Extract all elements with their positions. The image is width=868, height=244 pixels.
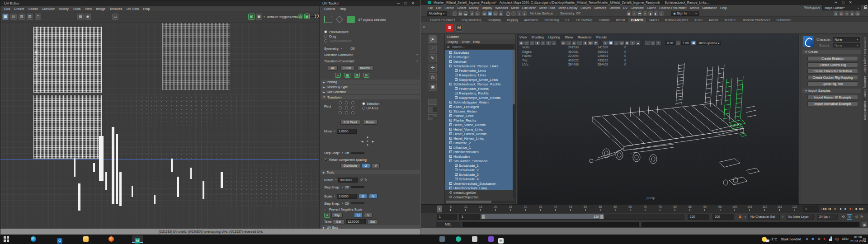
outliner-item-liftachse_1[interactable]: Liftachse_1	[445, 145, 513, 150]
marquee-select-icon[interactable]	[324, 16, 332, 23]
shelf-tab-turtle[interactable]: TURTLE	[722, 18, 739, 22]
pause-viewport-icon[interactable]: ▯	[659, 11, 664, 16]
snap-point-icon[interactable]: ⊡	[493, 11, 498, 16]
maya-menu-create[interactable]: Create	[444, 6, 454, 9]
uv-menu-cut-sew[interactable]: Cut/Sew	[42, 7, 54, 11]
rotate-tool-icon[interactable]: ◎	[429, 73, 437, 81]
outliner-item-holzboden[interactable]: Holzboden	[445, 154, 513, 159]
section-tools[interactable]: ▶Tools	[321, 170, 420, 174]
maya-menu-substance[interactable]: Substance	[702, 6, 717, 9]
play-forward-button[interactable]: ▶	[843, 206, 848, 212]
chevron-down-icon[interactable]: ▾	[342, 186, 343, 188]
outliner-menu-show[interactable]: Show	[462, 40, 470, 43]
pivot-radio[interactable]	[351, 101, 354, 104]
character-set-dropdown[interactable]: No Character Set	[748, 214, 780, 220]
colorspace-dropdown[interactable]: sRGB gamma ▾	[697, 41, 721, 45]
2d-pan-icon[interactable]: ✛	[546, 41, 551, 45]
maya-menu-radeon-prorender[interactable]: Radeon ProRender	[659, 6, 686, 9]
maya-menu-surfaces[interactable]: Surfaces	[594, 6, 607, 9]
shaded-icon[interactable]: ◻	[566, 41, 571, 45]
uv-menu-view[interactable]: View	[85, 7, 92, 11]
giants-shelf-icon[interactable]: ≣	[446, 24, 453, 32]
section-pinning[interactable]: ▶Pinning	[321, 80, 420, 84]
chevron-down-icon[interactable]: ▾	[335, 178, 337, 181]
outliner-item-staukasten_stirnwand[interactable]: Staukasten_Stirnwand	[445, 159, 513, 163]
flip-button[interactable]: Flip	[331, 213, 343, 218]
viewport-menu-lighting[interactable]: Lighting	[548, 35, 560, 39]
scale-u-button[interactable]: U	[359, 194, 367, 199]
shelf-tab-xgen[interactable]: XGen	[692, 18, 705, 22]
shelf-menu-icon[interactable]: ≡	[423, 25, 425, 29]
save-scene-icon[interactable]: ⬓	[463, 11, 468, 16]
script-editor-icon[interactable]: ▣	[862, 222, 867, 227]
fps-dropdown[interactable]: 24 fps ▾	[817, 214, 838, 220]
paint-select-tool-icon[interactable]: ✎	[429, 54, 437, 62]
retain-spacing-checkbox[interactable]	[324, 158, 327, 161]
texture-dropdown-icon[interactable]: ▾	[264, 15, 265, 18]
distribute-u-icon[interactable]: ┅	[335, 73, 341, 78]
pivot-radio[interactable]	[339, 106, 342, 109]
outliner-menu-display[interactable]: Display	[448, 40, 458, 43]
shelf-tab-motion-graphics[interactable]: Motion Graphics	[662, 18, 691, 22]
uv-shell-bar[interactable]	[203, 181, 204, 199]
layout-two-pane-button[interactable]	[428, 107, 437, 113]
textured-display-icon[interactable]: ▦	[609, 41, 613, 45]
tool-settings-toggle-icon[interactable]: ≣	[850, 11, 854, 16]
import-samples-section-header[interactable]: ▼ Import Samples	[802, 89, 861, 93]
create-custom-rig-mapping-button[interactable]: Create Custom Rig Mapping	[807, 75, 858, 80]
uv-shell-bar[interactable]	[116, 134, 118, 204]
uv-shell-bar[interactable]	[132, 186, 133, 197]
constraint-button-clear[interactable]: Clear	[340, 66, 354, 70]
constraint-button-all[interactable]: All	[328, 66, 338, 70]
shelf-tab-custom[interactable]: Custom	[596, 18, 612, 22]
shelf-tab-arnold[interactable]: Arnold	[706, 18, 721, 22]
pivot-radio[interactable]	[351, 106, 354, 109]
tray-app-icon[interactable]: ◆	[811, 237, 814, 241]
shelf-tab-radeon-prorender[interactable]: Radeon ProRender	[740, 18, 773, 22]
outliner-item-stutzen_hinten[interactable]: Stutzen_Hinten	[445, 109, 513, 113]
network-icon[interactable]: ▟	[829, 237, 832, 241]
range-handle-left[interactable]	[481, 215, 485, 219]
snap-grid-icon[interactable]: ⊞	[363, 73, 369, 78]
uv-shell-bar[interactable]	[221, 172, 223, 188]
chevron-down-icon[interactable]: ▾	[334, 195, 335, 197]
tray-app-icon[interactable]: ●	[823, 237, 826, 241]
outliner-item-rampelang_rechts[interactable]: Rampelang_Rechts	[445, 91, 513, 95]
maya-menu-deform[interactable]: Deform	[609, 6, 620, 9]
uv-checker-icon[interactable]: ◻	[35, 14, 41, 20]
outliner-item-klapprampe_unten_rechts[interactable]: Klapprampe_Unten_Rechts	[445, 95, 513, 100]
close-icon[interactable]: ✕	[409, 0, 416, 6]
animation-end-field[interactable]: 200	[712, 214, 734, 220]
play-backwards-button[interactable]: ◀	[838, 206, 843, 212]
shelf-tab-curves-surfaces[interactable]: Curves / Surfaces	[427, 18, 458, 22]
use-all-lights-icon[interactable]: ⬚	[577, 41, 582, 45]
object-mode-icon[interactable]: ◑	[517, 11, 521, 16]
uv-shell-bar[interactable]	[74, 159, 75, 177]
menuset-dropdown[interactable]: Modeling▾	[427, 11, 447, 16]
symmetry-status-label[interactable]: Symmetry: Off	[560, 12, 580, 15]
source-dropdown[interactable]: None▾	[833, 43, 860, 47]
maya-menu-curves[interactable]: Curves	[580, 6, 590, 9]
maya-shelf-icon[interactable]: M	[455, 24, 463, 32]
loop-playback-icon[interactable]: ⟲	[840, 214, 846, 220]
camera-attrs-icon[interactable]: ◰	[530, 41, 534, 45]
import-animation-example-button[interactable]: Import Animation Example	[807, 101, 858, 106]
range-slider-trough[interactable]: 1 120	[481, 214, 684, 220]
uv-shell-cluster[interactable]	[33, 27, 102, 93]
uv-menu-tools[interactable]: Tools	[73, 7, 81, 11]
outliner-item-stuetzfuss[interactable]: Stuetzfuss	[445, 50, 513, 55]
scale-step-snap-field[interactable]	[351, 202, 364, 204]
viewport-model-wireframe[interactable]	[518, 45, 799, 205]
outliner-item-schublade_1[interactable]: Schublade_1	[445, 163, 513, 168]
close-icon[interactable]: ✕	[847, 0, 854, 5]
shelf-tab-fx-caching[interactable]: FX Caching	[573, 18, 595, 22]
viewport-menu-panels[interactable]: Panels	[596, 35, 607, 39]
xray-icon[interactable]: ◌	[645, 41, 650, 45]
viewport-menu-show[interactable]: Show	[565, 35, 573, 39]
maya-menu-edit[interactable]: Edit	[436, 6, 441, 9]
quick-rig-tool-button[interactable]: Quick Rig Tool	[807, 81, 858, 86]
step-back-frame-button[interactable]: |◀	[827, 206, 832, 212]
shelf-tab-bifrost[interactable]: Bifrost	[613, 18, 627, 22]
image-plane-icon[interactable]: ▱	[541, 41, 545, 45]
render-view-icon[interactable]: ▦	[627, 11, 631, 16]
